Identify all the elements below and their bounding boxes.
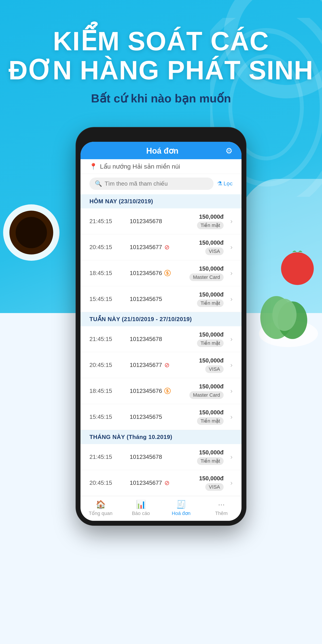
payment-badge: Tiền mặt [197, 300, 224, 307]
dollar-icon: $ [164, 388, 170, 394]
filter-label: Lọc [224, 180, 232, 187]
table-row[interactable]: 21:45:151012345678150,000đTiền mặt› [80, 326, 242, 352]
order-right: 150,000đTiền mặt [197, 291, 224, 307]
order-list-1: 21:45:151012345678150,000đTiền mặt›20:45… [80, 326, 242, 430]
order-time: 20:45:15 [90, 362, 125, 368]
order-amount: 150,000đ [199, 357, 224, 364]
nav-icon-3: ··· [218, 500, 225, 509]
store-bar: 📍 Lẩu nướng Hải sản miền núi [80, 159, 242, 174]
phone-mockup: Hoá đơn ⚙ 📍 Lẩu nướng Hải sản miền núi 🔍… [0, 128, 322, 525]
section-header-2: THÁNG NÀY (Tháng 10.2019) [80, 430, 242, 444]
order-id: 1012345676$ [130, 388, 185, 394]
app-header: Hoá đơn ⚙ [80, 142, 242, 159]
phone-notch [130, 132, 192, 140]
payment-badge: Tiền mặt [197, 222, 224, 229]
table-row[interactable]: 15:45:151012345675150,000đTiền mặt› [80, 286, 242, 312]
table-row[interactable]: 15:45:151012345675150,000đTiền mặt› [80, 404, 242, 430]
nav-item-hoá-đơn[interactable]: 🧾Hoá đơn [161, 500, 201, 516]
table-row[interactable]: 21:45:151012345678150,000đTiền mặt› [80, 444, 242, 470]
nav-label-2: Hoá đơn [172, 510, 190, 516]
payment-badge: Tiền mặt [197, 340, 224, 347]
chevron-right-icon: › [230, 243, 232, 251]
nav-label-3: Thêm [215, 510, 228, 516]
order-id: 1012345678 [130, 454, 192, 460]
nav-item-báo-cáo[interactable]: 📊Báo cáo [121, 500, 161, 516]
nav-icon-1: 📊 [136, 500, 146, 509]
chevron-right-icon: › [230, 295, 232, 303]
bottom-navigation: 🏠Tổng quan📊Báo cáo🧾Hoá đơn···Thêm [80, 496, 242, 521]
order-right: 150,000đTiền mặt [197, 409, 224, 425]
store-name: Lẩu nướng Hải sản miền núi [100, 163, 180, 170]
order-amount: 150,000đ [199, 449, 224, 456]
search-icon: 🔍 [95, 180, 102, 187]
order-right: 150,000đTiền mặt [197, 213, 224, 229]
payment-badge: Master Card [190, 391, 224, 399]
table-row[interactable]: 18:45:151012345676$150,000đMaster Card› [80, 260, 242, 286]
order-time: 21:45:15 [90, 454, 125, 460]
nav-item-thêm[interactable]: ···Thêm [201, 500, 242, 516]
filter-button[interactable]: ⚗ Lọc [217, 180, 232, 187]
payment-badge: VISA [205, 248, 224, 255]
order-id: 1012345677⊘ [130, 244, 194, 251]
table-row[interactable]: 18:45:151012345676$150,000đMaster Card› [80, 378, 242, 404]
order-right: 150,000đVISA [199, 357, 224, 373]
order-list-0: 21:45:151012345678150,000đTiền mặt›20:45… [80, 208, 242, 312]
payment-badge: VISA [205, 366, 224, 373]
order-time: 15:45:15 [90, 414, 125, 420]
order-time: 18:45:15 [90, 270, 125, 276]
chevron-right-icon: › [230, 335, 232, 343]
order-id: 1012345675 [130, 414, 192, 420]
order-right: 150,000đTiền mặt [197, 331, 224, 347]
chevron-right-icon: › [230, 269, 232, 277]
nav-icon-0: 🏠 [96, 500, 106, 509]
order-time: 20:45:15 [90, 244, 125, 251]
search-input-wrap[interactable]: 🔍 [90, 178, 214, 190]
hero-title-line1: KIỂM SOÁT CÁC [0, 27, 322, 56]
nav-item-tổng-quan[interactable]: 🏠Tổng quan [80, 500, 121, 516]
order-time: 21:45:15 [90, 218, 125, 225]
settings-icon[interactable]: ⚙ [226, 146, 232, 156]
order-amount: 150,000đ [199, 239, 224, 246]
order-right: 150,000đMaster Card [190, 265, 224, 281]
order-amount: 150,000đ [199, 383, 224, 390]
table-row[interactable]: 21:45:151012345678150,000đTiền mặt› [80, 208, 242, 234]
section-header-0: HÔM NAY (23/10/2019) [80, 194, 242, 208]
chevron-right-icon: › [230, 217, 232, 225]
table-row[interactable]: 20:45:151012345677⊘150,000đVISA› [80, 234, 242, 260]
payment-badge: Master Card [190, 274, 224, 281]
cancel-icon: ⊘ [164, 361, 170, 369]
filter-icon: ⚗ [217, 180, 222, 187]
order-right: 150,000đVISA [199, 239, 224, 255]
chevron-right-icon: › [230, 479, 232, 486]
section-header-1: TUẦN NÀY (21/10/2019 - 27/10/2019) [80, 312, 242, 326]
order-amount: 150,000đ [199, 265, 224, 272]
order-right: 150,000đVISA [199, 475, 224, 491]
order-time: 21:45:15 [90, 336, 125, 342]
hero-subtitle: Bất cứ khi nào bạn muốn [0, 92, 322, 105]
sections-container: HÔM NAY (23/10/2019)21:45:15101234567815… [80, 194, 242, 496]
search-input[interactable] [105, 180, 208, 187]
order-amount: 150,000đ [199, 291, 224, 298]
dollar-icon: $ [164, 270, 170, 276]
hero-title-line2: ĐƠN HÀNG PHÁT SINH [0, 56, 322, 85]
table-row[interactable]: 20:45:151012345677⊘150,000đVISA› [80, 352, 242, 378]
order-list-2: 21:45:151012345678150,000đTiền mặt›20:45… [80, 444, 242, 496]
order-right: 150,000đTiền mặt [197, 449, 224, 465]
order-id: 1012345677⊘ [130, 479, 194, 486]
order-amount: 150,000đ [199, 409, 224, 416]
table-row[interactable]: 20:45:151012345677⊘150,000đVISA› [80, 470, 242, 496]
order-id: 1012345675 [130, 296, 192, 302]
payment-badge: VISA [205, 483, 224, 491]
order-id: 1012345676$ [130, 270, 185, 276]
phone-screen: Hoá đơn ⚙ 📍 Lẩu nướng Hải sản miền núi 🔍… [80, 142, 242, 521]
chevron-right-icon: › [230, 413, 232, 420]
order-time: 18:45:15 [90, 388, 125, 394]
order-id: 1012345678 [130, 336, 192, 342]
cancel-icon: ⊘ [164, 244, 170, 251]
cancel-icon: ⊘ [164, 479, 170, 486]
nav-icon-2: 🧾 [176, 500, 186, 509]
chevron-right-icon: › [230, 453, 232, 461]
chevron-right-icon: › [230, 361, 232, 369]
nav-label-1: Báo cáo [132, 510, 150, 516]
order-id: 1012345678 [130, 218, 192, 225]
